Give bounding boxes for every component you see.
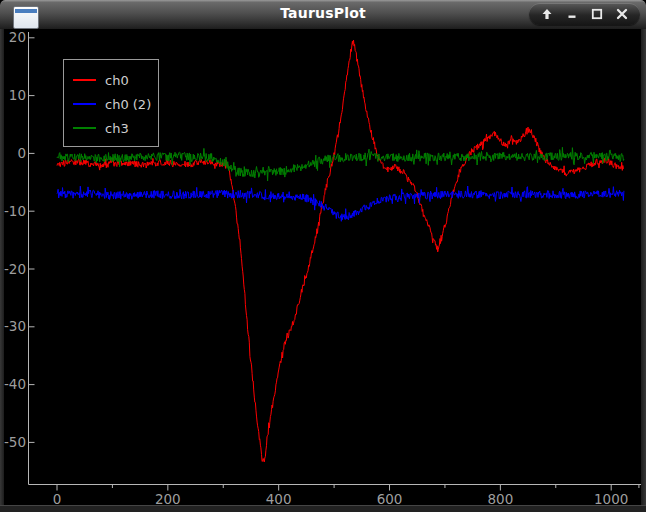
minimize-icon (566, 8, 578, 20)
plot-container: 20100-10-20-30-40-5002004006008001000 ch… (0, 29, 646, 512)
x-tick-label: 1000 (594, 491, 628, 506)
shade-button[interactable] (538, 5, 556, 23)
legend-label: ch0 (2) (105, 98, 151, 111)
x-tick-label: 0 (53, 491, 62, 506)
up-arrow-icon (541, 8, 553, 20)
legend-line-sample (73, 79, 96, 81)
taurusplot-window: TaurusPlot (0, 0, 646, 512)
window-controls (529, 3, 640, 25)
plot-legend[interactable]: ch0ch0 (2)ch3 (63, 59, 159, 147)
y-tick-label: -40 (4, 376, 26, 392)
close-button[interactable] (613, 5, 631, 23)
y-tick-label: -50 (4, 434, 26, 450)
close-icon (616, 8, 628, 20)
x-tick-label: 400 (266, 491, 292, 506)
y-tick-label: -20 (4, 261, 26, 277)
series-line-ch0-2- (57, 186, 624, 221)
window-frame-bottom (0, 505, 646, 512)
minimize-button[interactable] (563, 5, 581, 23)
maximize-button[interactable] (588, 5, 606, 23)
window-frame-right (641, 29, 646, 512)
maximize-icon (591, 8, 603, 20)
legend-label: ch0 (105, 74, 129, 87)
window-frame-left (0, 29, 4, 512)
legend-line-sample (73, 127, 96, 129)
y-tick-label: -30 (4, 318, 26, 334)
legend-item[interactable]: ch3 (64, 116, 158, 140)
legend-item[interactable]: ch0 (2) (64, 92, 158, 116)
legend-line-sample (73, 103, 96, 105)
y-tick-label: -10 (4, 203, 26, 219)
y-tick-label: 20 (9, 29, 26, 45)
legend-label: ch3 (105, 122, 129, 135)
y-tick-label: 10 (9, 87, 26, 103)
legend-item[interactable]: ch0 (64, 68, 158, 92)
x-tick-label: 200 (155, 491, 181, 506)
x-tick-label: 800 (487, 491, 513, 506)
y-tick-label: 0 (17, 145, 26, 161)
x-tick-label: 600 (377, 491, 403, 506)
title-bar[interactable]: TaurusPlot (0, 0, 646, 29)
